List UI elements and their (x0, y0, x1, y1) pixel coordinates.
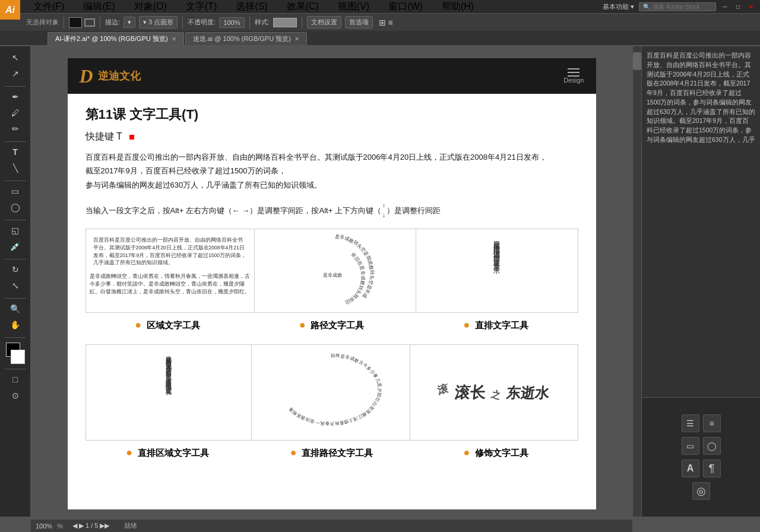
rotate-tool[interactable]: ↻ (8, 262, 23, 277)
tool-options-bar: 无选择对象 描边: ▾ ▾ 3 点圆形 不透明度: 100% 样式: 文档设置 … (0, 13, 760, 31)
style-swatch[interactable] (273, 18, 297, 27)
background-color[interactable] (11, 350, 25, 364)
hand-tool[interactable]: ✋ (8, 317, 23, 332)
menu-help[interactable]: 帮助(H) (437, 0, 479, 14)
app-title-bar: 文件(F) 编辑(E) 对象(O) 文字(T) 选择(S) 效果(C) 视图(V… (0, 0, 760, 13)
menu-object[interactable]: 对象(O) (129, 0, 172, 14)
arrange-icon-2[interactable]: ≡ (388, 18, 393, 27)
panel-icon-menu[interactable]: ☰ (682, 414, 699, 432)
label-vertical-text: 直排文字工具 (475, 320, 528, 330)
zone-text-content: 百度百科是百度公司推出的一部内容开放、自由的网络百科全书平台。其测试版于2006… (90, 233, 251, 270)
zoom-percentage: % (57, 522, 63, 530)
zoom-level[interactable]: 100% (36, 522, 52, 530)
svg-text:始终是非成败古今多少事几度夕阳红白发漁樵江渚上惯看秋月春风一: 始终是非成败古今多少事几度夕阳红白发漁樵江渚上惯看秋月春风一壶浊酒喜相逢 (287, 353, 382, 426)
menu-edit[interactable]: 编辑(E) (78, 0, 119, 14)
hamburger-menu[interactable] (568, 68, 580, 77)
tab-midi-close[interactable]: ✕ (294, 36, 299, 42)
bullet-vertical: ● (464, 319, 470, 331)
scale-tool[interactable]: ⤡ (8, 278, 23, 293)
pen-tool[interactable]: ✒ (8, 89, 23, 104)
doc-content: 第11课 文字工具(T) 快捷键 T 百度百科是百度公司推出的一部内容开放、自由… (68, 94, 596, 486)
left-toolbar: ↖ ↗ ✒ 🖊 ✏ T ╲ ▭ ◯ ◱ 💉 ↻ ⤡ 🔍 (0, 46, 31, 517)
decor-text-content: 滚 滚长 之 东逝水 (438, 382, 550, 403)
logo-symbol: D (80, 65, 93, 87)
svg-text:依旧在是非成败转头我依旧: 依旧在是非成败转头我依旧 (344, 252, 366, 305)
ellipse-tool[interactable]: ◯ (8, 200, 23, 215)
type-tool-group: T ╲ (8, 144, 23, 176)
menu-text[interactable]: 文字(T) (181, 0, 221, 14)
type-tool[interactable]: T (8, 144, 23, 160)
zoom-tool[interactable]: 🔍 (8, 301, 23, 316)
workspace-label: 基本功能 ▾ (603, 2, 634, 11)
gradient-tool[interactable]: ◱ (8, 223, 23, 238)
fill-swatch[interactable] (69, 17, 82, 28)
svg-text:是非成败: 是非成败 (323, 273, 342, 278)
rect-tool[interactable]: ▭ (8, 183, 23, 199)
tab-ai-course-close[interactable]: ✕ (172, 36, 176, 42)
menu-window[interactable]: 窗口(W) (384, 0, 428, 14)
points-selector[interactable]: ▾ 3 点圆形 (139, 16, 178, 28)
right-scrollbar[interactable] (632, 46, 641, 517)
label-path-v-text: 直排路径文字工具 (302, 448, 373, 458)
label-zone-text: 区域文字工具 (147, 320, 200, 330)
mode-tool-group: □ ⊙ (8, 372, 23, 403)
minimize-button[interactable]: ─ (721, 2, 729, 11)
eyedropper-tool[interactable]: 💉 (8, 239, 23, 254)
panel-icon-type[interactable]: A (682, 460, 699, 477)
pencil-tool[interactable]: ✏ (8, 121, 23, 137)
panel-icon-row-4: ◎ (692, 482, 710, 500)
menu-effect[interactable]: 效果(C) (282, 0, 324, 14)
shape-tool-group: ▭ ◯ (8, 183, 23, 215)
demo-vertical-text: 旧是非成 渔樵江渚 油酒滔滔 尽英雄 滚滚长 江东逝 水 (416, 229, 577, 312)
line-tool[interactable]: ╲ (8, 160, 23, 176)
labels-row-2: ● 直排区域文字工具 ● 直排路径文字工具 ● 修饰文字工具 (86, 443, 578, 474)
canvas-area: D 逆迪文化 Design 第11课 文字工具(T) 快捷键 T (31, 46, 632, 517)
panel-icon-opentype[interactable]: ◎ (692, 482, 710, 500)
panel-icon-rect[interactable]: ▭ (682, 437, 699, 455)
tab-ai-course[interactable]: AI-课件2.ai* @ 100% (RGB/GPU 预览) ✕ (48, 32, 184, 45)
labels-row-1: ● 区域文字工具 ● 路径文字工具 ● 直排文字工具 (86, 315, 578, 335)
opacity-value[interactable]: 100% (219, 17, 244, 28)
search-box[interactable]: 🔍 (639, 2, 716, 11)
panel-icon-paragraph[interactable]: ¶ (703, 460, 721, 477)
zone-text-content-2: 是非成敗轉頭空，青山依舊在，情看秋月春風，一壺濁酒喜相逢，古今多少事，都付笑談中… (90, 273, 251, 295)
panel-icon-list[interactable]: ≡ (703, 414, 721, 432)
right-panel-tools: ☰ ≡ ▭ ◯ A ¶ ◎ (642, 398, 760, 517)
right-panel: 百度百科是百度公司推出的一部内容开放、自由的网络百科全书平台。其测试版于2006… (641, 46, 760, 517)
label-zone: ● 区域文字工具 (86, 315, 250, 335)
panel-icon-row-2: ▭ ◯ (682, 437, 721, 455)
menu-file[interactable]: 文件(F) (28, 0, 69, 14)
draw-tool-group: ✒ 🖊 ✏ (8, 89, 23, 137)
demo-zone-text: 百度百科是百度公司推出的一部内容开放、自由的网络百科全书平台。其测试版于2006… (86, 229, 255, 312)
arrangement-controls: ⊞ ≡ (379, 18, 393, 27)
menu-view[interactable]: 视图(V) (333, 0, 374, 14)
scrollbar-thumb[interactable] (633, 52, 641, 70)
mask-mode[interactable]: ⊙ (8, 388, 23, 403)
direct-selection-tool[interactable]: ↗ (8, 66, 23, 81)
label-path-v: ● 直排路径文字工具 (249, 443, 414, 463)
preferences-button[interactable]: 首选项 (345, 16, 373, 28)
demo-path-text: 是非成败转头空是我成败转头空是非成 依旧在是非成败转头我依旧 是非成败 (255, 229, 416, 312)
color-boxes (5, 343, 26, 364)
selection-tool[interactable]: ↖ (8, 50, 23, 65)
search-input[interactable] (653, 4, 712, 10)
close-button[interactable]: ✕ (747, 2, 755, 11)
label-decor: ● 修饰文字工具 (414, 443, 578, 463)
label-zone-v-text: 直排区域文字工具 (138, 448, 209, 458)
page-nav[interactable]: ◀ ▶ 1 / 5 ▶▶ (72, 522, 110, 530)
doc-body-text: 百度百科是百度公司推出的一部内容开放、自由的网络百科全书平台。其测试版于2006… (86, 150, 578, 192)
document-canvas: D 逆迪文化 Design 第11课 文字工具(T) 快捷键 T (68, 58, 596, 509)
stroke-value[interactable]: ▾ (124, 17, 135, 28)
doc-settings-button[interactable]: 文档设置 (307, 16, 341, 28)
stroke-swatch[interactable] (84, 18, 95, 27)
maximize-button[interactable]: □ (734, 2, 742, 11)
tab-midi[interactable]: 迷迭.ai @ 100% (RGB/GPU 预览) ✕ (185, 32, 307, 45)
style-label: 样式: (255, 18, 270, 27)
panel-icon-circle[interactable]: ◯ (703, 437, 721, 455)
arrange-icon[interactable]: ⊞ (379, 18, 386, 27)
menu-select[interactable]: 选择(S) (231, 0, 272, 14)
brush-tool[interactable]: 🖊 (8, 105, 23, 121)
doc-title: 第11课 文字工具(T) (86, 106, 578, 124)
normal-mode[interactable]: □ (8, 372, 23, 387)
ai-logo-text: Ai (5, 5, 15, 15)
